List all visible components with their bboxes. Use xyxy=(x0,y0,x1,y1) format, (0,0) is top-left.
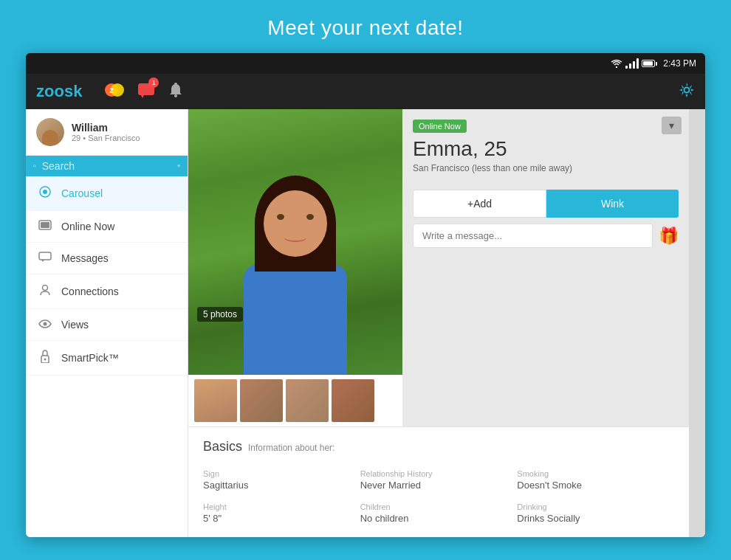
wink-button[interactable]: Wink xyxy=(546,190,679,218)
add-button[interactable]: +Add xyxy=(413,190,546,218)
user-info: William 29 • San Francisco xyxy=(72,122,140,142)
bell-icon xyxy=(168,82,184,98)
connections-label: Connections xyxy=(61,286,119,297)
svg-rect-11 xyxy=(178,166,180,167)
thumb-3[interactable] xyxy=(286,379,329,422)
user-profile[interactable]: William 29 • San Francisco xyxy=(26,109,188,156)
messages-label: Messages xyxy=(61,252,109,264)
height-label: Height xyxy=(203,502,360,511)
search-icon xyxy=(33,161,36,171)
basics-ethnicity: Ethnicity White/Caucasian xyxy=(203,530,360,537)
main-photo[interactable]: 5 photos xyxy=(188,109,402,375)
online-now-label: Online Now xyxy=(61,221,114,232)
nav-item-carousel[interactable]: Carousel xyxy=(26,176,188,211)
basics-empty xyxy=(517,530,674,537)
thumb-2[interactable] xyxy=(240,379,283,422)
basics-education: Education College graduate xyxy=(360,530,518,537)
carousel-icon xyxy=(38,185,52,201)
svg-marker-18 xyxy=(41,260,44,262)
profile-main: 5 photos xyxy=(188,109,689,537)
profile-name: Emma, 25 xyxy=(402,137,689,161)
svg-point-14 xyxy=(43,190,47,194)
profile-top: 5 photos xyxy=(188,109,689,426)
basics-drinking: Drinking Drinks Socially xyxy=(517,497,674,530)
smartpick-label: SmartPick™ xyxy=(61,352,119,364)
action-buttons: +Add Wink xyxy=(402,184,689,224)
message-input[interactable] xyxy=(413,224,653,248)
gear-icon-wrapper[interactable] xyxy=(679,82,695,101)
basics-subtitle: Information about her: xyxy=(248,443,334,453)
status-time: 2:43 PM xyxy=(663,58,696,69)
drinking-value: Drinks Socially xyxy=(517,513,674,524)
messages-icon xyxy=(38,252,52,265)
smoking-value: Doesn't Smoke xyxy=(517,480,674,491)
svg-point-20 xyxy=(44,322,47,326)
main-layout: William 29 • San Francisco xyxy=(26,109,705,537)
children-label: Children xyxy=(360,502,518,511)
nav-item-smartpick[interactable]: SmartPick™ xyxy=(26,341,188,376)
online-badge: Online Now xyxy=(413,120,467,133)
views-icon xyxy=(38,318,52,331)
svg-rect-16 xyxy=(41,222,49,228)
coins-icon-wrapper[interactable]: Z xyxy=(104,80,125,103)
profile-location: San Francisco (less than one mile away) xyxy=(402,161,689,184)
svg-marker-4 xyxy=(141,95,144,98)
gift-icon[interactable]: 🎁 xyxy=(659,227,679,246)
search-settings-icon[interactable] xyxy=(177,160,180,172)
chat-icon-wrapper[interactable]: 1 xyxy=(137,80,156,103)
photos-count-badge: 5 photos xyxy=(197,307,243,322)
views-label: Views xyxy=(61,319,89,331)
nav-item-views[interactable]: Views xyxy=(26,309,188,341)
right-strip xyxy=(689,109,705,537)
thumb-1[interactable] xyxy=(194,379,237,422)
logo[interactable]: zoosk xyxy=(36,82,82,101)
basics-header: Basics Information about her: xyxy=(203,439,674,454)
message-row: 🎁 xyxy=(402,224,689,257)
bell-icon-wrapper[interactable] xyxy=(168,82,184,101)
online-now-icon xyxy=(38,220,52,233)
svg-point-22 xyxy=(44,359,47,361)
svg-rect-10 xyxy=(177,165,180,166)
signal-icon xyxy=(625,58,639,69)
svg-point-5 xyxy=(174,94,177,97)
profile-info-area: ▾ Online Now Emma, 25 San Francisco (les… xyxy=(402,109,689,426)
app-content: zoosk Z xyxy=(26,74,705,537)
expand-button[interactable]: ▾ xyxy=(662,117,682,134)
nav-item-online-now[interactable]: Online Now xyxy=(26,211,188,243)
top-nav: zoosk Z xyxy=(26,74,705,109)
basics-section: Basics Information about her: Sign Sagit… xyxy=(188,426,689,537)
basics-smoking: Smoking Doesn't Smoke xyxy=(517,463,674,497)
svg-rect-12 xyxy=(178,167,179,167)
user-name: William xyxy=(72,122,140,134)
svg-rect-6 xyxy=(174,83,177,85)
smartpick-icon xyxy=(38,350,52,366)
relationship-label: Relationship History xyxy=(360,469,518,478)
sidebar: William 29 • San Francisco xyxy=(26,109,188,537)
svg-line-9 xyxy=(35,167,36,167)
device-frame: 2:43 PM zoosk Z xyxy=(26,53,705,537)
user-avatar xyxy=(36,118,64,146)
nav-item-connections[interactable]: Connections xyxy=(26,274,188,309)
basics-sign: Sign Sagittarius xyxy=(203,463,360,497)
thumb-4[interactable] xyxy=(332,379,374,422)
coins-icon: Z xyxy=(104,80,125,100)
svg-point-8 xyxy=(33,165,35,167)
nav-icons: Z 1 xyxy=(104,80,184,103)
status-bar: 2:43 PM xyxy=(26,53,705,74)
svg-text:Z: Z xyxy=(110,87,114,94)
svg-rect-17 xyxy=(39,252,51,260)
education-label: Education xyxy=(360,536,518,537)
basics-height: Height 5' 8" xyxy=(203,497,360,530)
user-sub: 29 • San Francisco xyxy=(72,134,140,142)
nav-item-messages[interactable]: Messages xyxy=(26,243,188,274)
drinking-label: Drinking xyxy=(517,502,674,511)
chat-badge: 1 xyxy=(148,77,159,88)
basics-children: Children No children xyxy=(360,497,518,530)
carousel-label: Carousel xyxy=(61,187,103,199)
sign-value: Sagittarius xyxy=(203,480,360,491)
basics-relationship: Relationship History Never Married xyxy=(360,463,518,497)
ethnicity-label: Ethnicity xyxy=(203,536,360,537)
children-value: No children xyxy=(360,513,518,524)
search-input[interactable] xyxy=(42,160,171,172)
wifi-icon xyxy=(611,59,622,68)
